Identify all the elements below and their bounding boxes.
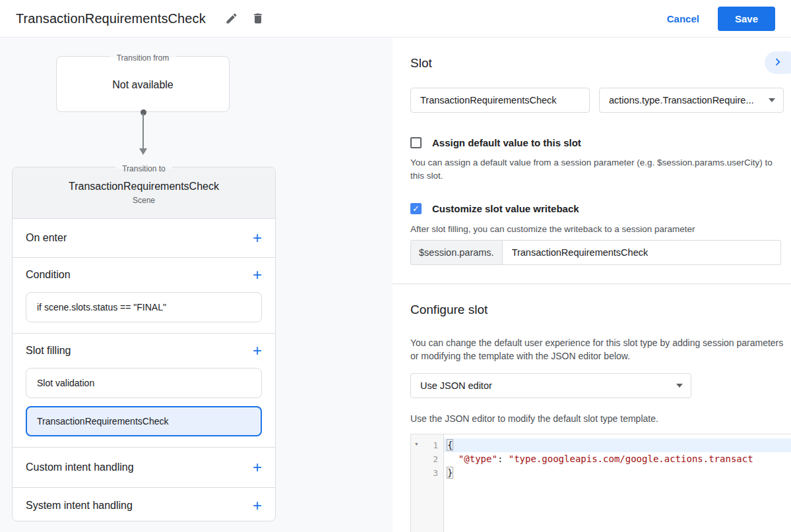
writeback-checkbox-row[interactable]: ✓ Customize slot value writeback	[410, 203, 579, 214]
transition-from-label: Transition from	[57, 51, 229, 63]
json-code-editor[interactable]: ▾ 1 2 3 { "@type": "type.googleapis.com/…	[410, 434, 791, 532]
transition-to-label: Transition to	[13, 162, 275, 174]
scene-diagram-panel: Transition from Not available Transition…	[0, 38, 393, 532]
slot-type-value: actions.type.TransactionRequire...	[609, 95, 754, 105]
line-number: 3	[411, 466, 443, 480]
add-on-enter-button[interactable]: +	[253, 231, 262, 245]
section-label: System intent handling	[26, 500, 133, 512]
line-number: 2	[411, 452, 443, 466]
cancel-button[interactable]: Cancel	[667, 13, 699, 24]
editor-mode-value: Use JSON editor	[420, 380, 492, 391]
section-slot-filling-header: Slot filling +	[13, 334, 275, 368]
section-on-enter: On enter +	[13, 219, 275, 258]
editor-mode-select[interactable]: Use JSON editor	[410, 373, 691, 398]
add-custom-intent-button[interactable]: +	[253, 461, 262, 474]
page-title: TransactionRequirementsCheck	[16, 11, 206, 26]
checkbox-checked-icon[interactable]: ✓	[410, 203, 422, 214]
top-bar: TransactionRequirementsCheck Cancel Save	[0, 0, 791, 38]
add-condition-button[interactable]: +	[253, 268, 262, 281]
scene-subtitle: Scene	[133, 196, 155, 205]
connector-line	[142, 113, 144, 150]
code-line-1: {	[444, 438, 791, 452]
transition-from-value: Not available	[57, 79, 229, 91]
checkbox-unchecked-icon[interactable]	[410, 137, 422, 148]
scene-card-header: TransactionRequirementsCheck Scene	[13, 167, 275, 219]
slot-detail-panel: Slot actions.type.TransactionRequire... …	[393, 38, 791, 532]
writeback-param-input[interactable]	[503, 241, 780, 264]
fold-arrow-icon[interactable]: ▾	[414, 440, 419, 448]
section-slot-filling: Slot filling + Slot validation Transacti…	[13, 334, 275, 448]
transition-from-box: Transition from Not available	[56, 56, 230, 112]
writeback-description: After slot filling, you can customize th…	[410, 223, 785, 236]
section-label: Custom intent handling	[26, 461, 134, 473]
edit-icon[interactable]	[224, 11, 239, 26]
slot-type-select[interactable]: actions.type.TransactionRequire...	[599, 88, 784, 113]
section-custom-intent: Custom intent handling +	[13, 448, 275, 488]
caret-down-icon	[676, 384, 683, 388]
slot-heading: Slot	[410, 56, 432, 71]
assign-default-label: Assign default value to this slot	[432, 137, 581, 148]
section-label: Condition	[26, 269, 71, 281]
section-system-intent: System intent handling +	[13, 488, 275, 523]
configure-slot-description: You can change the default user experien…	[410, 336, 788, 363]
scene-name: TransactionRequirementsCheck	[69, 181, 219, 192]
header-actions: Cancel Save	[667, 7, 775, 31]
section-condition-header: Condition +	[13, 258, 275, 292]
editor-code-area[interactable]: { "@type": "type.googleapis.com/google.a…	[444, 434, 791, 532]
section-label: On enter	[26, 232, 67, 244]
save-button[interactable]: Save	[718, 7, 775, 31]
delete-icon[interactable]	[251, 11, 265, 26]
slot-validation-item[interactable]: Slot validation	[26, 368, 262, 398]
assign-default-checkbox-row[interactable]: Assign default value to this slot	[410, 137, 581, 148]
condition-item[interactable]: if scene.slots.status == "FINAL"	[26, 292, 262, 322]
code-line-2: "@type": "type.googleapis.com/google.act…	[444, 452, 791, 466]
connector-arrowhead-icon	[139, 148, 147, 155]
caret-down-icon	[769, 98, 775, 102]
code-line-3: }	[444, 466, 791, 480]
scene-card: Transition to TransactionRequirementsChe…	[12, 167, 276, 521]
configure-slot-heading: Configure slot	[410, 303, 488, 317]
slot-name-input[interactable]	[410, 88, 590, 113]
json-editor-hint: Use the JSON editor to modify the defaul…	[410, 412, 788, 425]
section-label: Slot filling	[26, 345, 71, 357]
session-params-prefix: $session.params.	[411, 241, 503, 264]
slot-item-selected[interactable]: TransactionRequirementsCheck	[26, 406, 262, 436]
add-system-intent-button[interactable]: +	[253, 499, 262, 512]
add-slot-button[interactable]: +	[253, 344, 262, 357]
section-divider	[393, 283, 791, 284]
editor-gutter: ▾ 1 2 3	[411, 434, 444, 532]
writeback-param-field: $session.params.	[410, 240, 781, 265]
writeback-label: Customize slot value writeback	[432, 203, 579, 214]
collapse-panel-button[interactable]	[765, 51, 791, 74]
assign-default-description: You can assign a default value from a se…	[410, 156, 785, 183]
section-condition: Condition + if scene.slots.status == "FI…	[13, 258, 275, 334]
chevron-right-icon	[771, 55, 785, 71]
